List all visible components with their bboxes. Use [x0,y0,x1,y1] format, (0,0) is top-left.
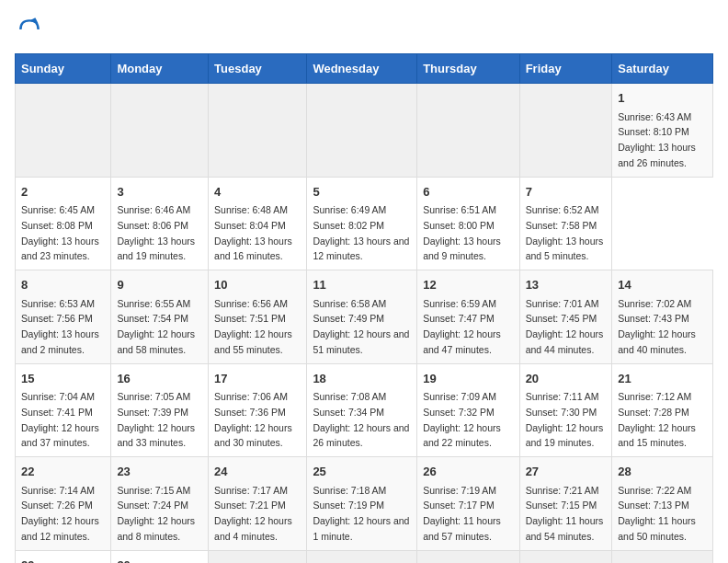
sunset-text: Sunset: 7:49 PM [313,313,384,324]
logo [15,15,48,44]
sunset-text: Sunset: 7:58 PM [526,220,597,231]
day-number: 10 [214,276,301,294]
sunrise-text: Sunrise: 7:04 AM [21,391,95,402]
calendar-cell: 2 Sunrise: 6:45 AM Sunset: 8:08 PM Dayli… [16,177,111,270]
calendar-cell [307,84,417,178]
daylight-text: Daylight: 12 hours and 19 minutes. [526,422,604,449]
sunrise-text: Sunrise: 7:06 AM [214,391,288,402]
sunrise-text: Sunrise: 6:45 AM [21,204,95,215]
calendar-week-row: 29 Sunrise: 7:24 AM Sunset: 7:11 PM Dayl… [16,550,713,563]
day-number: 6 [423,183,513,201]
sunset-text: Sunset: 8:10 PM [618,126,689,137]
day-number: 9 [117,276,202,294]
calendar-cell [612,550,713,563]
sunset-text: Sunset: 7:36 PM [214,407,286,418]
sunset-text: Sunset: 7:32 PM [423,407,495,418]
daylight-text: Daylight: 12 hours and 22 minutes. [423,422,501,449]
sunrise-text: Sunrise: 7:18 AM [313,485,386,496]
header-day-saturday: Saturday [612,54,713,84]
day-number: 12 [423,276,513,294]
sunset-text: Sunset: 7:45 PM [526,313,597,324]
day-number: 29 [21,557,105,564]
daylight-text: Daylight: 12 hours and 33 minutes. [117,422,195,449]
sunrise-text: Sunrise: 6:49 AM [313,204,386,215]
sunrise-text: Sunrise: 6:55 AM [117,298,190,309]
calendar-cell: 21 Sunrise: 7:12 AM Sunset: 7:28 PM Dayl… [612,363,713,457]
header-day-tuesday: Tuesday [209,54,307,84]
calendar-cell: 29 Sunrise: 7:24 AM Sunset: 7:11 PM Dayl… [16,550,111,563]
calendar-cell: 10 Sunrise: 6:56 AM Sunset: 7:51 PM Dayl… [209,270,307,364]
sunrise-text: Sunrise: 6:52 AM [526,204,599,215]
calendar-cell [417,550,519,563]
daylight-text: Daylight: 12 hours and 58 minutes. [117,328,195,355]
daylight-text: Daylight: 13 hours and 26 minutes. [618,142,696,168]
calendar-cell: 16 Sunrise: 7:05 AM Sunset: 7:39 PM Dayl… [111,363,209,457]
calendar-cell [111,84,209,178]
daylight-text: Daylight: 11 hours and 50 minutes. [618,515,696,542]
calendar-cell: 23 Sunrise: 7:15 AM Sunset: 7:24 PM Dayl… [111,457,209,551]
day-number: 16 [117,370,202,388]
daylight-text: Daylight: 11 hours and 54 minutes. [526,515,604,542]
sunset-text: Sunset: 8:00 PM [423,220,495,231]
sunrise-text: Sunrise: 7:19 AM [423,485,496,496]
calendar-table: SundayMondayTuesdayWednesdayThursdayFrid… [15,53,713,563]
day-number: 22 [21,463,105,481]
day-number: 5 [313,183,411,201]
sunset-text: Sunset: 7:26 PM [21,500,93,511]
daylight-text: Daylight: 12 hours and 40 minutes. [618,328,696,355]
daylight-text: Daylight: 12 hours and 26 minutes. [313,422,409,449]
calendar-cell: 25 Sunrise: 7:18 AM Sunset: 7:19 PM Dayl… [307,457,417,551]
day-number: 11 [313,276,411,294]
daylight-text: Daylight: 13 hours and 9 minutes. [423,236,501,262]
daylight-text: Daylight: 12 hours and 8 minutes. [117,515,195,542]
calendar-cell: 19 Sunrise: 7:09 AM Sunset: 7:32 PM Dayl… [417,363,519,457]
calendar-cell: 11 Sunrise: 6:58 AM Sunset: 7:49 PM Dayl… [307,270,417,364]
sunset-text: Sunset: 7:21 PM [214,500,286,511]
daylight-text: Daylight: 12 hours and 1 minute. [313,515,409,542]
header-day-sunday: Sunday [16,54,111,84]
sunset-text: Sunset: 7:39 PM [117,407,188,418]
calendar-cell: 28 Sunrise: 7:22 AM Sunset: 7:13 PM Dayl… [612,457,713,551]
day-number: 24 [214,463,301,481]
calendar-cell: 12 Sunrise: 6:59 AM Sunset: 7:47 PM Dayl… [417,270,519,364]
day-number: 25 [313,463,411,481]
daylight-text: Daylight: 13 hours and 2 minutes. [21,328,99,355]
calendar-cell: 9 Sunrise: 6:55 AM Sunset: 7:54 PM Dayli… [111,270,209,364]
daylight-text: Daylight: 12 hours and 44 minutes. [526,328,604,355]
sunset-text: Sunset: 7:17 PM [423,500,495,511]
sunset-text: Sunset: 8:02 PM [313,220,384,231]
sunset-text: Sunset: 7:30 PM [526,407,597,418]
calendar-cell: 8 Sunrise: 6:53 AM Sunset: 7:56 PM Dayli… [16,270,111,364]
header [15,15,713,44]
sunset-text: Sunset: 7:51 PM [214,313,286,324]
header-day-friday: Friday [519,54,612,84]
sunrise-text: Sunrise: 7:15 AM [117,485,190,496]
day-number: 17 [214,370,301,388]
sunrise-text: Sunrise: 7:02 AM [618,298,691,309]
sunset-text: Sunset: 7:54 PM [117,313,188,324]
daylight-text: Daylight: 12 hours and 55 minutes. [214,328,292,355]
calendar-cell [307,550,417,563]
daylight-text: Daylight: 11 hours and 57 minutes. [423,515,501,542]
sunrise-text: Sunrise: 7:21 AM [526,485,599,496]
sunset-text: Sunset: 7:13 PM [618,500,689,511]
sunset-text: Sunset: 7:47 PM [423,313,495,324]
day-number: 28 [618,463,707,481]
calendar-cell: 18 Sunrise: 7:08 AM Sunset: 7:34 PM Dayl… [307,363,417,457]
calendar-cell: 17 Sunrise: 7:06 AM Sunset: 7:36 PM Dayl… [209,363,307,457]
sunrise-text: Sunrise: 6:56 AM [214,298,288,309]
sunset-text: Sunset: 8:04 PM [214,220,286,231]
day-number: 19 [423,370,513,388]
daylight-text: Daylight: 13 hours and 23 minutes. [21,236,99,262]
day-number: 26 [423,463,513,481]
sunset-text: Sunset: 8:08 PM [21,220,93,231]
calendar-cell: 1 Sunrise: 6:43 AM Sunset: 8:10 PM Dayli… [612,84,713,178]
calendar-cell: 13 Sunrise: 7:01 AM Sunset: 7:45 PM Dayl… [519,270,612,364]
calendar-week-row: 22 Sunrise: 7:14 AM Sunset: 7:26 PM Dayl… [16,457,713,551]
calendar-cell [209,84,307,178]
header-day-wednesday: Wednesday [307,54,417,84]
logo-icon [15,15,44,44]
sunrise-text: Sunrise: 6:48 AM [214,204,288,215]
day-number: 13 [526,276,607,294]
sunset-text: Sunset: 7:43 PM [618,313,689,324]
